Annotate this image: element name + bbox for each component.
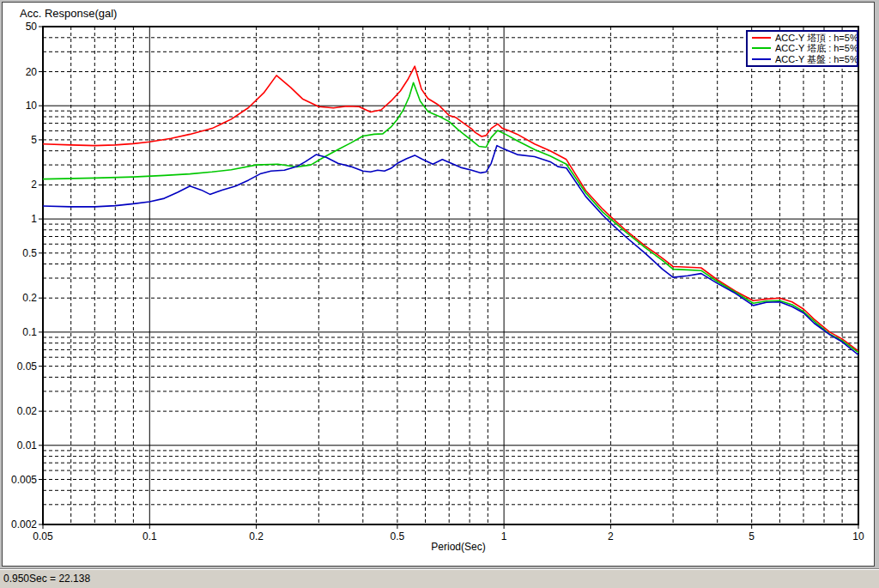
legend-entry: ACC-Y 基盤 : h=5% [752, 54, 857, 64]
legend-label: ACC-Y 基盤 : h=5% [775, 54, 858, 64]
svg-text:2: 2 [608, 530, 614, 543]
svg-text:0.05: 0.05 [33, 530, 53, 543]
legend-line-swatch-blue [752, 58, 771, 60]
legend-entry: ACC-Y 塔頂 : h=5% [752, 33, 857, 43]
svg-text:10: 10 [852, 530, 864, 543]
legend-line-swatch-green [752, 47, 771, 49]
svg-text:50: 50 [26, 21, 38, 33]
svg-text:0.5: 0.5 [22, 247, 37, 259]
legend-label: ACC-Y 塔頂 : h=5% [775, 33, 858, 43]
svg-text:0.002: 0.002 [11, 518, 37, 530]
svg-text:5: 5 [749, 530, 755, 543]
svg-text:1: 1 [501, 530, 507, 543]
svg-text:1: 1 [31, 213, 37, 225]
svg-text:10: 10 [26, 100, 38, 112]
svg-text:0.005: 0.005 [11, 474, 37, 486]
svg-text:0.05: 0.05 [17, 361, 38, 373]
svg-text:0.01: 0.01 [17, 439, 38, 452]
svg-text:0.1: 0.1 [142, 530, 157, 543]
svg-text:2: 2 [31, 179, 37, 191]
svg-text:0.02: 0.02 [17, 405, 38, 417]
legend-label: ACC-Y 塔底 : h=5% [775, 43, 858, 53]
chart-panel: Acc. Response(gal) 0.050.10.20.512510502… [2, 2, 875, 567]
svg-text:0.2: 0.2 [249, 530, 264, 543]
svg-text:0.1: 0.1 [22, 326, 37, 338]
legend-line-swatch-red [752, 37, 771, 39]
status-bar: 0.950Sec = 22.138 [0, 569, 879, 588]
svg-text:0.5: 0.5 [391, 530, 405, 543]
legend: ACC-Y 塔頂 : h=5% ACC-Y 塔底 : h=5% ACC-Y 基盤… [746, 30, 858, 67]
svg-text:20: 20 [26, 66, 38, 78]
svg-text:0.2: 0.2 [22, 292, 37, 304]
svg-text:5: 5 [31, 134, 37, 146]
status-readout: 0.950Sec = 22.138 [0, 570, 879, 587]
svg-text:Period(Sec): Period(Sec) [431, 541, 485, 553]
legend-entry: ACC-Y 塔底 : h=5% [752, 43, 857, 53]
plot-canvas[interactable]: 0.050.10.20.5125105020105210.50.20.10.05… [3, 3, 878, 565]
